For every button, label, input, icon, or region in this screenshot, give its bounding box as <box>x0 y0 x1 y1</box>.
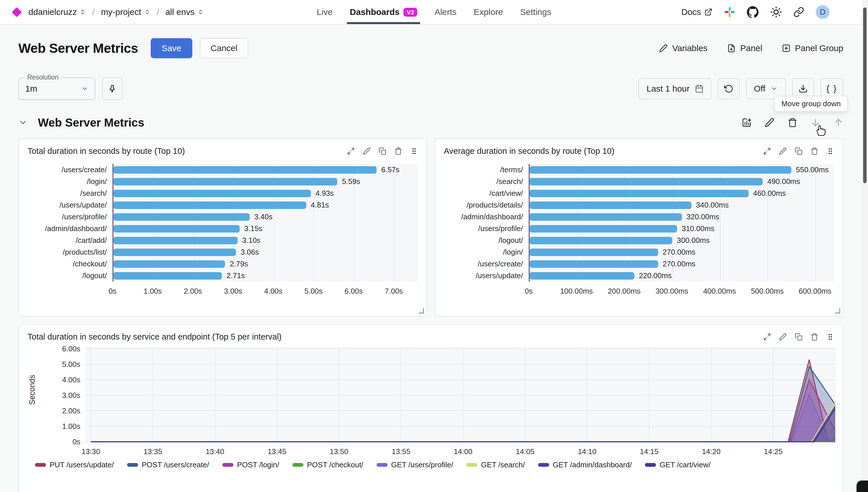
bar <box>114 178 337 186</box>
bar-category-label: /logout/ <box>442 235 529 246</box>
expand-panel-icon[interactable] <box>763 147 771 155</box>
bar <box>114 213 250 221</box>
legend-item[interactable]: POST /checkout/ <box>293 461 364 469</box>
github-icon[interactable] <box>747 6 759 18</box>
move-group-up-icon[interactable] <box>834 118 843 127</box>
delete-panel-icon[interactable] <box>811 333 818 341</box>
bar-category-label: /search/ <box>26 188 113 199</box>
duplicate-panel-icon[interactable] <box>795 333 802 341</box>
breadcrumb-org[interactable]: ddanielcruzz <box>28 7 86 17</box>
bar-category-label: /users/profile/ <box>442 223 529 235</box>
delete-group-icon[interactable] <box>788 118 797 127</box>
delete-panel-icon[interactable] <box>811 147 818 155</box>
bar-value-label: 3.40s <box>254 213 273 221</box>
bar-value-label: 3.10s <box>242 236 261 245</box>
bar-track: 320.00ms <box>529 211 834 223</box>
cancel-button[interactable]: Cancel <box>200 38 248 58</box>
y-axis-ticks: 0s1.00s2.00s3.00s4.00s5.00s6.00s <box>41 347 85 444</box>
share-link-icon[interactable] <box>793 7 804 18</box>
breadcrumb-env[interactable]: all envs <box>165 7 204 17</box>
move-group-down-button[interactable] <box>811 118 820 127</box>
legend-item[interactable]: GET /search/ <box>466 461 525 469</box>
nav-item-explore[interactable]: Explore <box>474 0 503 24</box>
panel-title: Average duration in seconds by route (To… <box>444 146 614 156</box>
move-group-down-tooltip: Move group down <box>774 96 848 112</box>
page-scrollbar-thumb[interactable] <box>863 7 867 183</box>
nav-item-live[interactable]: Live <box>317 0 333 24</box>
y-tick-label: 5.00s <box>62 360 80 369</box>
delete-panel-icon[interactable] <box>394 147 402 155</box>
pin-icon <box>108 84 117 93</box>
legend-label: PUT /users/update/ <box>50 461 114 469</box>
bar-category-label: /search/ <box>442 176 529 188</box>
edit-group-icon[interactable] <box>765 118 774 127</box>
slack-icon[interactable] <box>724 6 736 18</box>
legend-item[interactable]: POST /login/ <box>222 461 279 469</box>
bar <box>529 237 672 244</box>
breadcrumb-project[interactable]: my-project <box>101 7 150 17</box>
add-panel-to-group-icon[interactable] <box>742 118 751 127</box>
drag-handle-icon[interactable] <box>826 333 834 341</box>
dashboard-page: ddanielcruzz / my-project / all envs Liv… <box>0 0 868 492</box>
edit-panel-icon[interactable] <box>363 147 371 155</box>
panel-header: Total duration in seconds by route (Top … <box>19 139 426 159</box>
legend-label: GET /cart/view/ <box>660 461 711 469</box>
bar-track: 310.00ms <box>529 223 834 235</box>
bar-value-label: 5.59s <box>342 177 360 186</box>
panel-grid: Total duration in seconds by route (Top … <box>0 138 868 492</box>
add-panel-button[interactable]: Panel <box>727 43 762 53</box>
legend-swatch <box>127 463 138 467</box>
theme-toggle-icon[interactable] <box>770 6 782 18</box>
time-range-button[interactable]: Last 1 hour <box>638 78 711 99</box>
brand-logo-icon[interactable] <box>12 7 22 17</box>
duplicate-panel-icon[interactable] <box>379 147 386 155</box>
nav-item-settings[interactable]: Settings <box>520 0 551 24</box>
refresh-button[interactable] <box>718 78 740 99</box>
legend-item[interactable]: PUT /users/update/ <box>35 461 114 469</box>
avatar[interactable]: D <box>816 5 829 19</box>
drag-handle-icon[interactable] <box>410 147 418 155</box>
legend-swatch <box>293 463 303 467</box>
bar <box>529 213 682 221</box>
bar-category-label: /users/create/ <box>442 258 529 270</box>
x-tick-label: 13:40 <box>205 447 224 456</box>
resolution-select[interactable]: Resolution 1m <box>18 77 95 100</box>
resize-handle[interactable] <box>419 308 424 314</box>
breadcrumb-env-label: all envs <box>165 7 195 17</box>
legend-item[interactable]: GET /admin/dashboard/ <box>538 461 632 469</box>
panel-total-duration: Total duration in seconds by route (Top … <box>18 138 427 317</box>
time-series-plot[interactable] <box>85 347 835 444</box>
collapse-group-icon[interactable] <box>18 118 28 127</box>
main-nav: Live Dashboards V2 Alerts Explore Settin… <box>317 0 551 24</box>
bar-category-label: /users/update/ <box>442 270 529 281</box>
bar <box>114 166 377 174</box>
resize-handle[interactable] <box>835 308 840 314</box>
nav-label: Explore <box>474 7 503 17</box>
save-button[interactable]: Save <box>151 38 192 58</box>
nav-item-dashboards[interactable]: Dashboards V2 <box>350 0 417 24</box>
pin-button[interactable] <box>102 77 123 100</box>
duplicate-panel-icon[interactable] <box>795 147 802 155</box>
edit-panel-icon[interactable] <box>779 147 787 155</box>
variables-button[interactable]: Variables <box>659 43 708 53</box>
legend-item[interactable]: GET /cart/view/ <box>645 461 711 469</box>
add-panel-group-button[interactable]: Panel Group <box>782 43 843 53</box>
edit-panel-icon[interactable] <box>779 333 787 341</box>
bar <box>529 260 658 268</box>
panel-average-duration: Average duration in seconds by route (To… <box>435 138 843 317</box>
x-tick-label: 14:05 <box>516 447 535 456</box>
chart-legend: PUT /users/update/POST /users/create/POS… <box>35 461 835 469</box>
expand-panel-icon[interactable] <box>763 333 771 341</box>
y-tick-label: 0s <box>73 438 80 446</box>
drag-handle-icon[interactable] <box>826 147 834 155</box>
breadcrumb: ddanielcruzz / my-project / all envs <box>28 7 204 17</box>
expand-panel-icon[interactable] <box>347 147 355 155</box>
docs-link[interactable]: Docs <box>681 7 713 17</box>
nav-label: Settings <box>520 7 551 17</box>
legend-swatch <box>645 463 656 467</box>
legend-item[interactable]: GET /users/profile/ <box>377 461 453 469</box>
chevron-down-icon <box>81 85 89 93</box>
nav-item-alerts[interactable]: Alerts <box>435 0 457 24</box>
y-axis-title: Seconds <box>23 347 41 444</box>
legend-item[interactable]: POST /users/create/ <box>127 461 209 469</box>
